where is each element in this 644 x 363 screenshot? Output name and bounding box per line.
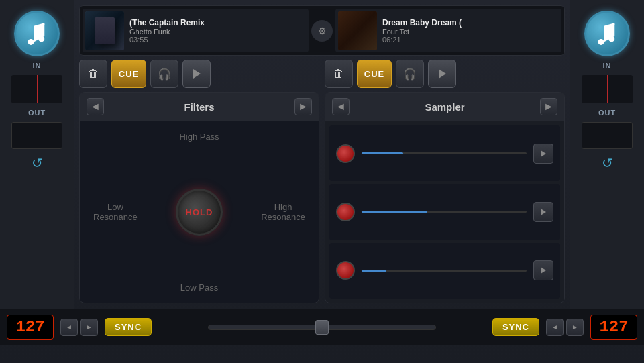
left-in-label: IN [33,62,42,70]
sampler-panel-header: ◄ Sampler ► [325,93,564,121]
right-out-label: OUT [598,111,616,119]
right-track-time: 06:21 [382,36,559,44]
sample-play-3[interactable] [533,260,553,280]
sampler-content [325,121,564,303]
sampler-row-2 [329,184,560,240]
left-pitch-up[interactable]: ► [80,319,98,336]
top-section: IN OUT ↺ [0,0,644,309]
right-track-subtitle: Four Tet [382,28,559,36]
left-delete-button[interactable]: 🗑 [79,60,107,88]
low-resonance-label: Low Resonance [93,202,138,222]
panels-row: ◄ Filters ► High Pass Low Pass Low Reson… [79,92,565,303]
center-panel: (The Captain Remix Ghetto Funk 03:55 ⚙ D… [74,0,570,309]
left-pitch-down[interactable]: ◄ [60,319,78,336]
sampler-row-3 [329,243,560,299]
right-deck: IN OUT ↺ [570,0,644,309]
right-bpm-display: 127 [590,315,637,340]
hold-knob[interactable]: HOLD [176,189,223,236]
right-album-art [338,11,377,50]
left-play-icon [193,69,201,79]
sample-record-1[interactable] [336,144,355,163]
filters-panel-title: Filters [104,101,294,113]
right-pitch-down[interactable]: ◄ [546,319,564,336]
sample-progress-2 [362,211,527,213]
left-bpm-display: 127 [7,315,54,340]
settings-button[interactable]: ⚙ [311,20,333,42]
left-out-label: OUT [28,111,46,119]
left-play-button[interactable] [182,60,211,88]
right-play-icon [439,69,446,79]
left-controls: 🗑 CUE 🎧 [79,60,319,88]
left-track-title: (The Captain Remix [129,18,306,28]
left-track-subtitle: Ghetto Funk [129,28,306,36]
left-track-time: 03:55 [129,36,306,44]
sampler-nav-right[interactable]: ► [540,98,557,115]
sample-progress-1 [362,152,527,154]
left-mini-waveform [11,125,62,152]
crossfader-handle[interactable] [315,320,329,335]
right-repeat-button[interactable]: ↺ [602,158,613,174]
sample-play-1[interactable] [533,144,553,164]
app-container: IN OUT ↺ [0,0,644,363]
sample-progress-fill-2 [362,211,427,213]
left-music-button[interactable] [14,11,60,56]
filters-nav-right[interactable]: ► [294,98,312,115]
left-sync-button[interactable]: SYNC [105,318,152,336]
crossfader-track[interactable] [208,325,436,330]
sampler-panel-title: Sampler [350,101,540,113]
sampler-panel: ◄ Sampler ► [325,92,565,303]
left-cue-button[interactable]: CUE [111,60,146,88]
right-pitch-up[interactable]: ► [566,319,584,336]
crossfader-section [158,325,486,330]
low-pass-label: Low Pass [180,282,218,293]
right-delete-button[interactable]: 🗑 [325,60,353,88]
right-track-details: Dream Baby Dream ( Four Tet 06:21 [382,18,559,44]
left-waveform-redline [37,75,38,106]
high-pass-label: High Pass [179,132,219,142]
sample-play-icon-2 [541,209,546,215]
filters-panel: ◄ Filters ► High Pass Low Pass Low Reson… [79,92,319,303]
right-pitch-controls: ◄ ► [546,319,584,336]
sample-progress-fill-3 [362,270,386,272]
right-music-button[interactable] [584,11,630,56]
sampler-row-1 [329,125,560,181]
sample-progress-fill-1 [362,152,403,154]
right-track-card: Dream Baby Dream ( Four Tet 06:21 [335,9,561,52]
sample-play-icon-1 [541,150,546,157]
right-waveform-redline [607,75,608,106]
sampler-nav-left[interactable]: ◄ [332,98,350,115]
filters-panel-header: ◄ Filters ► [80,93,319,121]
filters-nav-left[interactable]: ◄ [87,98,104,115]
track-info-panel: (The Captain Remix Ghetto Funk 03:55 ⚙ D… [79,5,565,56]
sample-play-2[interactable] [533,202,553,222]
right-in-label: IN [603,62,612,70]
right-controls: 🗑 CUE 🎧 [325,60,565,88]
right-track-title: Dream Baby Dream ( [382,18,559,28]
left-repeat-button[interactable]: ↺ [32,158,43,174]
right-waveform [582,75,633,106]
bottom-bar: 127 ◄ ► SYNC SYNC ◄ ► 127 [0,309,644,345]
left-album-art [85,11,124,50]
sample-record-3[interactable] [336,261,355,280]
right-play-button[interactable] [428,60,456,88]
left-track-details: (The Captain Remix Ghetto Funk 03:55 [129,18,306,44]
sample-record-2[interactable] [336,203,355,221]
right-mini-waveform [582,125,633,152]
sample-play-icon-3 [541,267,546,274]
filters-content: High Pass Low Pass Low Resonance High Re… [80,121,319,303]
left-headphone-button[interactable]: 🎧 [150,60,178,88]
right-sync-button[interactable]: SYNC [492,318,539,336]
high-resonance-label: High Resonance [261,202,305,222]
left-track-card: (The Captain Remix Ghetto Funk 03:55 [83,9,309,52]
right-headphone-button[interactable]: 🎧 [396,60,424,88]
left-pitch-controls: ◄ ► [60,319,98,336]
controls-row: 🗑 CUE 🎧 🗑 CUE 🎧 [79,60,565,88]
left-waveform [11,75,62,106]
right-cue-button[interactable]: CUE [357,60,392,88]
left-deck: IN OUT ↺ [0,0,74,309]
sample-progress-3 [362,270,527,272]
hold-label: HOLD [186,207,213,217]
